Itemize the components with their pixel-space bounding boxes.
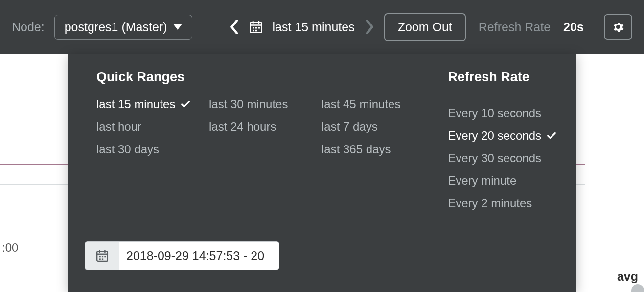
quick-range-option[interactable]: last 7 days <box>322 120 424 134</box>
quick-range-label: last 15 minutes <box>96 97 175 111</box>
quick-range-label: last 45 minutes <box>322 97 400 111</box>
quick-range-option[interactable]: last 15 minutes <box>96 97 199 111</box>
quick-range-label: last 30 minutes <box>209 97 288 111</box>
svg-rect-14 <box>101 256 103 257</box>
quick-ranges-section: Quick Ranges last 15 minuteslast hourlas… <box>96 70 424 210</box>
refresh-rate-section: Refresh Rate Every 10 secondsEvery 20 se… <box>448 70 557 210</box>
refresh-rate-label: Every 10 seconds <box>448 106 541 120</box>
calendar-icon[interactable] <box>249 20 263 34</box>
time-picker-panel: Quick Ranges last 15 minuteslast hourlas… <box>68 54 576 292</box>
svg-rect-17 <box>101 258 103 260</box>
time-range-text[interactable]: last 15 minutes <box>273 20 355 34</box>
refresh-rate-option[interactable]: Every 20 seconds <box>448 129 557 143</box>
svg-rect-4 <box>253 27 254 29</box>
refresh-rate-title: Refresh Rate <box>448 70 557 85</box>
svg-rect-16 <box>99 258 100 260</box>
quick-range-label: last 7 days <box>322 120 378 134</box>
quick-ranges-title: Quick Ranges <box>96 70 424 85</box>
gear-icon <box>612 21 624 33</box>
check-icon <box>180 99 191 110</box>
quick-range-option[interactable]: last hour <box>96 120 199 134</box>
topbar: Node: postgres1 (Master) last 15 minutes… <box>0 0 644 54</box>
refresh-rate-option[interactable]: Every 30 seconds <box>448 151 557 165</box>
svg-rect-5 <box>255 27 257 29</box>
refresh-rate-label: Every 20 seconds <box>448 129 541 143</box>
svg-rect-13 <box>99 256 100 257</box>
svg-rect-15 <box>104 256 106 257</box>
refresh-rate-value: 20s <box>563 20 584 34</box>
quick-range-option[interactable]: last 45 minutes <box>322 97 424 111</box>
quick-range-option[interactable]: last 30 days <box>96 143 199 156</box>
settings-button[interactable] <box>604 14 632 40</box>
quick-range-option[interactable]: last 365 days <box>322 143 424 156</box>
scrollbar-thumb[interactable] <box>631 284 644 292</box>
quick-range-option[interactable]: last 24 hours <box>209 120 312 134</box>
stats-header: avg <box>617 269 638 284</box>
chart-tick-label: :00 <box>2 241 18 255</box>
calendar-icon <box>96 249 109 262</box>
quick-range-label: last 30 days <box>96 143 159 156</box>
svg-rect-7 <box>253 30 254 32</box>
chevron-down-icon <box>173 24 182 30</box>
quick-range-option[interactable]: last 30 minutes <box>209 97 312 111</box>
refresh-rate-option[interactable]: Every minute <box>448 174 557 188</box>
quick-range-label: last hour <box>96 120 141 134</box>
refresh-rate-option[interactable]: Every 2 minutes <box>448 196 557 210</box>
svg-rect-6 <box>258 27 260 29</box>
quick-range-label: last 365 days <box>322 143 391 156</box>
svg-rect-8 <box>255 30 257 32</box>
check-icon <box>546 130 557 141</box>
node-select-value: postgres1 (Master) <box>65 20 167 34</box>
time-prev-button[interactable] <box>230 20 239 34</box>
refresh-rate-option[interactable]: Every 10 seconds <box>448 106 557 120</box>
zoom-out-button[interactable]: Zoom Out <box>384 13 466 41</box>
node-select[interactable]: postgres1 (Master) <box>54 15 192 40</box>
node-label: Node: <box>12 20 45 34</box>
refresh-rate-label: Every 2 minutes <box>448 196 532 210</box>
date-range-input[interactable] <box>119 241 279 270</box>
quick-range-label: last 24 hours <box>209 120 276 134</box>
time-next-button[interactable] <box>365 20 374 34</box>
date-range-icon-box[interactable] <box>85 241 119 270</box>
refresh-rate-label: Refresh Rate <box>479 20 551 34</box>
refresh-rate-label: Every 30 seconds <box>448 151 541 165</box>
refresh-rate-label: Every minute <box>448 174 516 188</box>
